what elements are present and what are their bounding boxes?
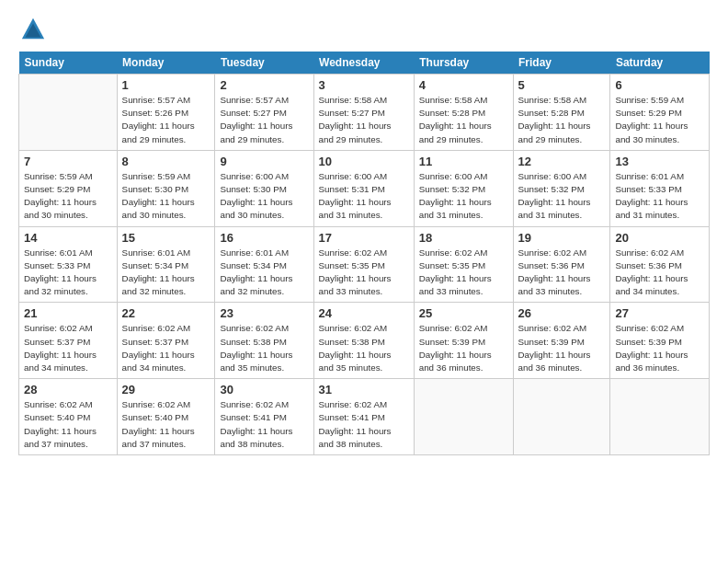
day-cell: 4Sunrise: 5:58 AM Sunset: 5:28 PM Daylig… [414,75,513,151]
day-number: 28 [24,383,112,396]
day-number: 11 [419,155,508,168]
day-info: Sunrise: 6:00 AM Sunset: 5:32 PM Dayligh… [419,170,508,223]
day-number: 17 [319,231,409,245]
day-number: 30 [220,383,308,396]
day-info: Sunrise: 6:01 AM Sunset: 5:34 PM Dayligh… [122,247,210,299]
day-cell [513,379,610,455]
day-number: 26 [518,306,606,320]
day-number: 27 [615,306,704,320]
day-number: 8 [122,155,210,168]
day-info: Sunrise: 6:02 AM Sunset: 5:40 PM Dayligh… [24,398,112,451]
day-cell: 13Sunrise: 6:01 AM Sunset: 5:33 PM Dayli… [610,150,710,226]
day-number: 6 [615,78,704,92]
day-info: Sunrise: 6:02 AM Sunset: 5:40 PM Dayligh… [122,398,210,451]
day-info: Sunrise: 6:01 AM Sunset: 5:33 PM Dayligh… [615,170,704,223]
day-header-wednesday: Wednesday [313,52,414,75]
day-number: 10 [319,155,409,168]
day-number: 24 [319,306,409,320]
day-cell: 23Sunrise: 6:02 AM Sunset: 5:38 PM Dayli… [215,303,313,379]
logo [18,17,46,42]
day-info: Sunrise: 6:02 AM Sunset: 5:39 PM Dayligh… [419,322,508,374]
day-cell: 19Sunrise: 6:02 AM Sunset: 5:36 PM Dayli… [513,226,610,303]
day-info: Sunrise: 6:02 AM Sunset: 5:39 PM Dayligh… [615,322,704,374]
day-number: 5 [518,78,606,92]
day-number: 22 [122,306,210,320]
day-number: 15 [122,231,210,245]
day-number: 19 [518,231,606,245]
day-number: 25 [419,306,508,320]
day-cell: 28Sunrise: 6:02 AM Sunset: 5:40 PM Dayli… [19,379,118,455]
day-cell: 26Sunrise: 6:02 AM Sunset: 5:39 PM Dayli… [513,303,610,379]
page: SundayMondayTuesdayWednesdayThursdayFrid… [0,0,728,465]
day-cell: 30Sunrise: 6:02 AM Sunset: 5:41 PM Dayli… [215,379,313,455]
day-info: Sunrise: 5:59 AM Sunset: 5:29 PM Dayligh… [24,170,112,223]
week-row-4: 21Sunrise: 6:02 AM Sunset: 5:37 PM Dayli… [19,303,710,379]
day-cell: 12Sunrise: 6:00 AM Sunset: 5:32 PM Dayli… [513,150,610,226]
day-cell: 2Sunrise: 5:57 AM Sunset: 5:27 PM Daylig… [215,75,313,151]
day-number: 1 [122,78,210,92]
day-number: 31 [319,383,409,396]
day-cell: 29Sunrise: 6:02 AM Sunset: 5:40 PM Dayli… [117,379,215,455]
day-info: Sunrise: 5:58 AM Sunset: 5:27 PM Dayligh… [319,94,409,146]
day-cell: 22Sunrise: 6:02 AM Sunset: 5:37 PM Dayli… [117,303,215,379]
day-cell: 6Sunrise: 5:59 AM Sunset: 5:29 PM Daylig… [610,75,710,151]
day-number: 23 [220,306,308,320]
day-number: 20 [615,231,704,245]
day-cell: 7Sunrise: 5:59 AM Sunset: 5:29 PM Daylig… [19,150,118,226]
day-cell: 14Sunrise: 6:01 AM Sunset: 5:33 PM Dayli… [19,226,118,303]
day-cell: 5Sunrise: 5:58 AM Sunset: 5:28 PM Daylig… [513,75,610,151]
calendar-table: SundayMondayTuesdayWednesdayThursdayFrid… [18,52,710,455]
week-row-3: 14Sunrise: 6:01 AM Sunset: 5:33 PM Dayli… [19,226,710,303]
day-cell: 21Sunrise: 6:02 AM Sunset: 5:37 PM Dayli… [19,303,118,379]
day-number: 16 [220,231,308,245]
day-info: Sunrise: 6:01 AM Sunset: 5:34 PM Dayligh… [220,247,308,299]
day-header-sunday: Sunday [19,52,118,75]
day-info: Sunrise: 6:02 AM Sunset: 5:36 PM Dayligh… [518,247,606,299]
day-number: 21 [24,306,112,320]
day-info: Sunrise: 5:59 AM Sunset: 5:29 PM Dayligh… [615,94,704,146]
day-cell: 9Sunrise: 6:00 AM Sunset: 5:30 PM Daylig… [215,150,313,226]
day-number: 2 [220,78,308,92]
week-row-1: 1Sunrise: 5:57 AM Sunset: 5:26 PM Daylig… [19,75,710,151]
day-header-thursday: Thursday [414,52,513,75]
day-info: Sunrise: 5:58 AM Sunset: 5:28 PM Dayligh… [518,94,606,146]
day-info: Sunrise: 5:57 AM Sunset: 5:27 PM Dayligh… [220,94,308,146]
day-cell: 16Sunrise: 6:01 AM Sunset: 5:34 PM Dayli… [215,226,313,303]
day-number: 7 [24,155,112,168]
day-info: Sunrise: 6:02 AM Sunset: 5:36 PM Dayligh… [615,247,704,299]
day-cell: 27Sunrise: 6:02 AM Sunset: 5:39 PM Dayli… [610,303,710,379]
day-info: Sunrise: 6:02 AM Sunset: 5:35 PM Dayligh… [419,247,508,299]
day-number: 9 [220,155,308,168]
day-cell: 20Sunrise: 6:02 AM Sunset: 5:36 PM Dayli… [610,226,710,303]
day-info: Sunrise: 6:02 AM Sunset: 5:39 PM Dayligh… [518,322,606,374]
day-info: Sunrise: 6:01 AM Sunset: 5:33 PM Dayligh… [24,247,112,299]
day-number: 13 [615,155,704,168]
day-info: Sunrise: 6:00 AM Sunset: 5:31 PM Dayligh… [319,170,409,223]
day-cell: 25Sunrise: 6:02 AM Sunset: 5:39 PM Dayli… [414,303,513,379]
day-info: Sunrise: 5:58 AM Sunset: 5:28 PM Dayligh… [419,94,508,146]
day-cell [19,75,118,151]
day-header-friday: Friday [513,52,610,75]
header [18,17,710,42]
day-number: 3 [319,78,409,92]
day-cell: 15Sunrise: 6:01 AM Sunset: 5:34 PM Dayli… [117,226,215,303]
day-cell: 3Sunrise: 5:58 AM Sunset: 5:27 PM Daylig… [313,75,414,151]
day-info: Sunrise: 6:02 AM Sunset: 5:38 PM Dayligh… [220,322,308,374]
day-info: Sunrise: 5:57 AM Sunset: 5:26 PM Dayligh… [122,94,210,146]
day-cell: 17Sunrise: 6:02 AM Sunset: 5:35 PM Dayli… [313,226,414,303]
day-cell [414,379,513,455]
day-info: Sunrise: 6:02 AM Sunset: 5:35 PM Dayligh… [319,247,409,299]
day-info: Sunrise: 6:00 AM Sunset: 5:32 PM Dayligh… [518,170,606,223]
day-cell: 1Sunrise: 5:57 AM Sunset: 5:26 PM Daylig… [117,75,215,151]
day-cell: 8Sunrise: 5:59 AM Sunset: 5:30 PM Daylig… [117,150,215,226]
week-row-2: 7Sunrise: 5:59 AM Sunset: 5:29 PM Daylig… [19,150,710,226]
day-info: Sunrise: 6:02 AM Sunset: 5:41 PM Dayligh… [220,398,308,451]
day-cell [610,379,710,455]
day-number: 29 [122,383,210,396]
day-header-saturday: Saturday [610,52,710,75]
day-cell: 10Sunrise: 6:00 AM Sunset: 5:31 PM Dayli… [313,150,414,226]
header-row: SundayMondayTuesdayWednesdayThursdayFrid… [19,52,710,75]
day-cell: 11Sunrise: 6:00 AM Sunset: 5:32 PM Dayli… [414,150,513,226]
week-row-5: 28Sunrise: 6:02 AM Sunset: 5:40 PM Dayli… [19,379,710,455]
day-cell: 31Sunrise: 6:02 AM Sunset: 5:41 PM Dayli… [313,379,414,455]
